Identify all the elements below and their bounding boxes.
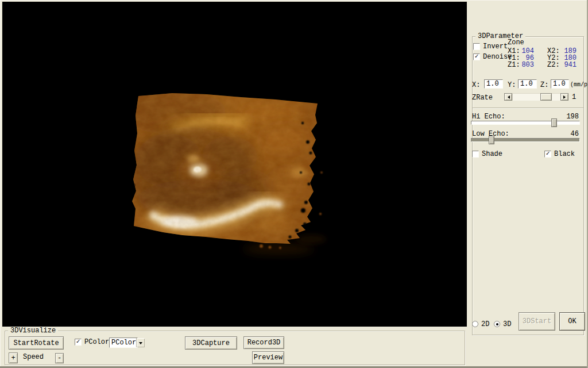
pcolor-dropdown-button[interactable]: [136, 338, 145, 347]
denoise-checkbox[interactable]: Denoise: [473, 53, 512, 61]
invert-checkbox[interactable]: Invert: [473, 43, 508, 51]
zone-z2-value: 941: [558, 62, 577, 69]
invert-checkbox-box[interactable]: [473, 43, 480, 50]
scroll-left-icon: [506, 95, 510, 99]
preview-button[interactable]: Preview: [252, 351, 284, 364]
mode-2d-radio-circle[interactable]: [472, 321, 478, 327]
zrate-scroll-right-button[interactable]: [560, 93, 568, 101]
low-echo-slider[interactable]: [471, 138, 580, 142]
mode-2d-radio[interactable]: 2D: [472, 321, 489, 328]
denoise-checkbox-box[interactable]: [473, 53, 480, 60]
zrate-scroll-left-button[interactable]: [504, 93, 512, 101]
pcolor-checkbox[interactable]: PColor: [75, 339, 109, 346]
ultrasound-3d-render: [2, 2, 467, 327]
parameter-separator: [473, 108, 583, 109]
speed-minus-button[interactable]: -: [55, 353, 64, 363]
3dcapture-button[interactable]: 3DCapture: [185, 336, 237, 350]
hi-echo-slider[interactable]: [471, 121, 580, 125]
visualize-group-title: 3DVisualize: [8, 327, 58, 335]
render-viewport[interactable]: [2, 2, 467, 327]
mode-3d-label: 3D: [503, 321, 511, 328]
hi-echo-label: Hi Echo:: [472, 113, 505, 121]
pcolor-dropdown-value: PColor: [110, 339, 136, 347]
zrate-scrollbar-thumb[interactable]: [540, 93, 552, 101]
invert-label: Invert: [483, 43, 508, 51]
black-label: Black: [554, 151, 575, 158]
low-echo-slider-thumb[interactable]: [489, 136, 494, 144]
zrate-scrollbar[interactable]: [504, 93, 568, 101]
hi-echo-slider-thumb[interactable]: [551, 118, 557, 127]
low-echo-value: 46: [562, 131, 579, 138]
shade-label: Shade: [482, 151, 502, 158]
zrate-value: 1: [572, 94, 576, 101]
app-window: 3DParameter Invert Denoise Zone X1: 104 …: [0, 0, 588, 368]
scale-x-label: X:: [472, 82, 480, 89]
zone-z1-value: 803: [516, 62, 534, 69]
black-checkbox[interactable]: Black: [544, 151, 575, 158]
zrate-scrollbar-track[interactable]: [512, 93, 560, 101]
black-checkbox-box[interactable]: [544, 151, 551, 158]
pcolor-dropdown[interactable]: PColor: [109, 338, 138, 348]
scale-x-input[interactable]: [484, 79, 503, 89]
start-rotate-button[interactable]: StartRotate: [9, 336, 64, 350]
scale-unit-label: (mm/p): [570, 81, 588, 89]
mode-3d-radio-circle[interactable]: [494, 321, 500, 327]
shade-checkbox-box[interactable]: [472, 151, 479, 158]
scale-z-input[interactable]: [551, 79, 569, 89]
shade-checkbox[interactable]: Shade: [472, 151, 502, 158]
zone-label: Zone: [508, 39, 524, 47]
speed-label: Speed: [23, 354, 44, 361]
hi-echo-value: 198: [562, 113, 579, 121]
scale-y-label: Y:: [508, 82, 516, 89]
scale-z-label: Z:: [540, 82, 548, 89]
pcolor-label: PColor: [84, 339, 109, 346]
pcolor-checkbox-box[interactable]: [75, 339, 82, 346]
scroll-right-icon: [563, 95, 567, 99]
3dstart-button[interactable]: 3DStart: [519, 312, 555, 331]
dropdown-arrow-icon: [139, 342, 142, 346]
record3d-button[interactable]: Record3D: [243, 336, 284, 349]
mode-3d-radio[interactable]: 3D: [494, 321, 511, 328]
ok-button[interactable]: OK: [559, 312, 585, 331]
mode-2d-label: 2D: [481, 321, 489, 328]
scale-y-input[interactable]: [518, 79, 537, 89]
speed-plus-button[interactable]: +: [9, 352, 18, 363]
zrate-label: ZRate: [472, 94, 493, 102]
